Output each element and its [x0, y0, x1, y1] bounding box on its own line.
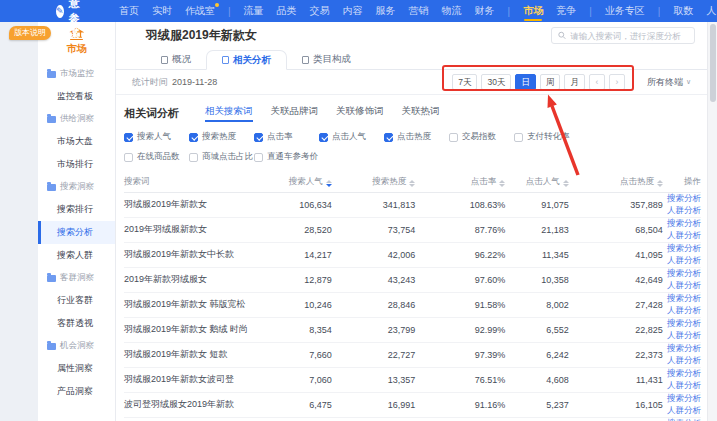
metric-checkbox-商城点击占比[interactable]: 商城点击占比 [189, 151, 254, 163]
value-cell: 73,754 [332, 217, 416, 242]
value-cell: 106,634 [262, 192, 331, 217]
metric-checkbox-交易指数[interactable]: 交易指数 [449, 131, 514, 143]
range-next-button[interactable]: › [609, 74, 625, 90]
range-button-7天[interactable]: 7天 [452, 74, 477, 90]
column-header-搜索热度[interactable]: 搜索热度 [332, 172, 416, 192]
action-link-搜索分析[interactable]: 搜索分析 [663, 393, 701, 404]
sidebar-item-搜索排行[interactable]: 搜索排行 [38, 198, 115, 221]
nav-item-物流[interactable]: 物流 [442, 0, 462, 22]
sort-icon[interactable] [563, 180, 569, 187]
action-link-人群分析[interactable]: 人群分析 [663, 380, 701, 391]
range-button-周[interactable]: 周 [540, 74, 561, 90]
sort-icon[interactable] [326, 180, 332, 187]
action-link-搜索分析[interactable]: 搜索分析 [663, 218, 701, 229]
sidebar-group-市场监控[interactable]: 市场监控 [38, 63, 115, 85]
terminal-dropdown[interactable]: 所有终端 ∨ [647, 76, 691, 89]
brand[interactable]: ✎ 生意参谋 [56, 0, 85, 41]
nav-item-品类[interactable]: 品类 [277, 0, 297, 22]
nav-item-财务[interactable]: 财务 [475, 0, 495, 22]
checkbox-unchecked-icon [514, 133, 523, 142]
action-cell: 搜索分析人群分析 [663, 267, 701, 292]
nav-item-内容[interactable]: 内容 [343, 0, 363, 22]
sidebar-item-搜索分析[interactable]: 搜索分析 [38, 221, 115, 244]
column-header-搜索人气[interactable]: 搜索人气 [262, 172, 331, 192]
tab-相关分析[interactable]: 相关分析 [206, 50, 287, 70]
action-link-人群分析[interactable]: 人群分析 [663, 405, 701, 416]
action-link-人群分析[interactable]: 人群分析 [663, 355, 701, 366]
action-link-人群分析[interactable]: 人群分析 [663, 255, 701, 266]
action-link-人群分析[interactable]: 人群分析 [663, 280, 701, 291]
sidebar-item-行业客群[interactable]: 行业客群 [38, 289, 115, 312]
nav-item-实时[interactable]: 实时 [152, 0, 172, 22]
range-prev-button[interactable]: ‹ [589, 74, 605, 90]
action-link-人群分析[interactable]: 人群分析 [663, 330, 701, 341]
nav-item-营销[interactable]: 营销 [409, 0, 429, 22]
metric-checkbox-点击人气[interactable]: 点击人气 [319, 131, 384, 143]
table-body: 羽绒服2019年新款女106,634341,813108.63%91,07535… [124, 192, 701, 421]
column-header-点击热度[interactable]: 点击热度 [569, 172, 663, 192]
sidebar-item-客群透视[interactable]: 客群透视 [38, 312, 115, 335]
action-link-搜索分析[interactable]: 搜索分析 [663, 343, 701, 354]
nav-item-服务[interactable]: 服务 [376, 0, 396, 22]
value-cell: 42,006 [332, 242, 416, 267]
value-cell: 5,847 [262, 417, 331, 421]
sidebar-item-监控看板[interactable]: 监控看板 [38, 85, 115, 108]
sort-icon[interactable] [499, 180, 505, 187]
sidebar-group-供给洞察[interactable]: 供给洞察 [38, 108, 115, 130]
sidebar-item-市场大盘[interactable]: 市场大盘 [38, 130, 115, 153]
action-link-搜索分析[interactable]: 搜索分析 [663, 293, 701, 304]
action-link-人群分析[interactable]: 人群分析 [663, 230, 701, 241]
action-link-人群分析[interactable]: 人群分析 [663, 205, 701, 216]
sidebar-group-机会洞察[interactable]: 机会洞察 [38, 335, 115, 357]
word-tab-关联修饰词[interactable]: 关联修饰词 [336, 105, 384, 121]
metric-checkbox-在线商品数[interactable]: 在线商品数 [124, 151, 189, 163]
scrollbar[interactable] [707, 22, 717, 421]
sidebar-item-市场排行[interactable]: 市场排行 [38, 153, 115, 176]
sidebar-group-客群洞察[interactable]: 客群洞察 [38, 267, 115, 289]
metric-checkbox-搜索人气[interactable]: 搜索人气 [124, 131, 189, 143]
range-button-30天[interactable]: 30天 [481, 74, 511, 90]
sidebar-item-属性洞察[interactable]: 属性洞察 [38, 357, 115, 380]
word-tab-关联热词[interactable]: 关联热词 [402, 105, 440, 121]
tab-概况[interactable]: 概况 [146, 50, 206, 69]
nav-item-人群管理[interactable]: 人群管理 [706, 0, 717, 22]
metric-checkbox-直通车参考价[interactable]: 直通车参考价 [254, 151, 319, 163]
column-header-点击率[interactable]: 点击率 [415, 172, 505, 192]
nav-item-交易[interactable]: 交易 [310, 0, 330, 22]
tab-类目构成[interactable]: 类目构成 [287, 50, 366, 69]
action-link-搜索分析[interactable]: 搜索分析 [663, 318, 701, 329]
action-link-搜索分析[interactable]: 搜索分析 [663, 193, 701, 204]
version-badge[interactable]: 版本说明 [9, 26, 51, 40]
nav-item-作战室[interactable]: 作战室 [185, 0, 215, 22]
range-button-月[interactable]: 月 [564, 74, 585, 90]
action-link-搜索分析[interactable]: 搜索分析 [663, 268, 701, 279]
sort-icon[interactable] [657, 180, 663, 187]
metric-checkbox-支付转化率[interactable]: 支付转化率 [514, 131, 579, 143]
search-input[interactable] [570, 31, 688, 41]
action-link-人群分析[interactable]: 人群分析 [663, 305, 701, 316]
metric-checkbox-点击热度[interactable]: 点击热度 [384, 131, 449, 143]
sidebar-item-搜索人群[interactable]: 搜索人群 [38, 244, 115, 267]
sidebar-group-搜索洞察[interactable]: 搜索洞察 [38, 176, 115, 198]
nav-item-市场[interactable]: 市场 [523, 0, 543, 22]
sidebar-item-产品洞察[interactable]: 产品洞察 [38, 380, 115, 403]
value-cell: 80.23% [415, 417, 505, 421]
metric-checkbox-点击率[interactable]: 点击率 [254, 131, 319, 143]
metric-checkbox-搜索热度[interactable]: 搜索热度 [189, 131, 254, 143]
nav-item-竞争[interactable]: 竞争 [556, 0, 576, 22]
action-link-搜索分析[interactable]: 搜索分析 [663, 243, 701, 254]
nav-item-首页[interactable]: 首页 [119, 0, 139, 22]
nav-item-业务专区[interactable]: 业务专区 [605, 0, 645, 22]
nav-item-取数[interactable]: 取数 [673, 0, 693, 22]
stats-date: 2019-11-28 [172, 77, 217, 87]
word-tab-关联品牌词[interactable]: 关联品牌词 [271, 105, 319, 121]
folder-icon [47, 343, 56, 350]
range-button-日[interactable]: 日 [515, 74, 536, 90]
checkbox-checked-icon [384, 133, 393, 142]
scrollbar-thumb[interactable] [710, 24, 716, 102]
action-link-搜索分析[interactable]: 搜索分析 [663, 368, 701, 379]
word-tab-相关搜索词[interactable]: 相关搜索词 [205, 105, 253, 121]
column-header-点击人气[interactable]: 点击人气 [505, 172, 568, 192]
sort-icon[interactable] [409, 180, 415, 187]
nav-item-流量[interactable]: 流量 [244, 0, 264, 22]
